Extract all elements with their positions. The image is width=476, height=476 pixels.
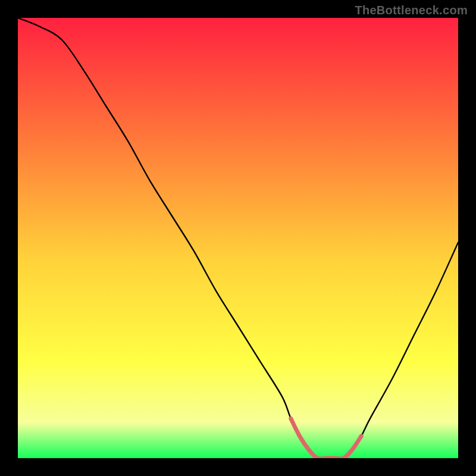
bottleneck-plot	[18, 18, 458, 458]
plot-frame	[18, 18, 458, 458]
watermark-text: TheBottleneck.com	[355, 4, 468, 17]
gradient-background	[18, 18, 458, 458]
chart-stage: TheBottleneck.com	[0, 0, 476, 476]
